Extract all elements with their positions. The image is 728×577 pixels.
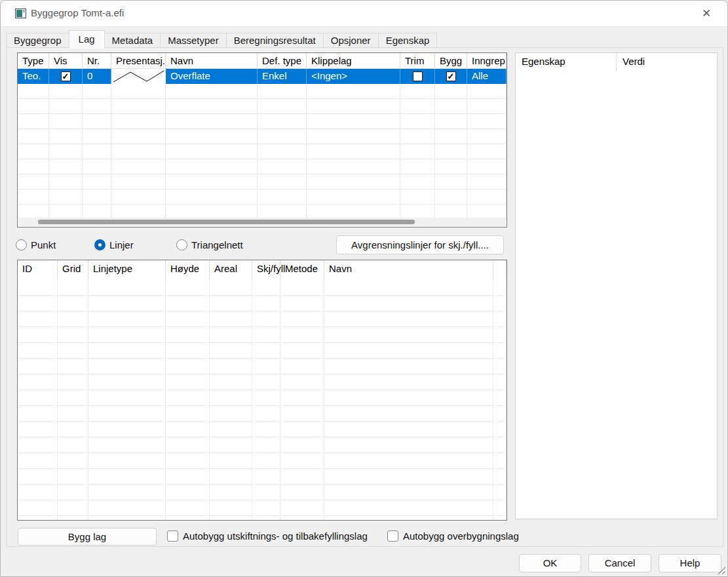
resize-grip-icon[interactable] (716, 565, 725, 574)
table-row[interactable] (18, 129, 507, 144)
tab-lag[interactable]: Lag (69, 30, 105, 49)
cell-trim[interactable] (400, 69, 435, 84)
window-title: Byggegrop Tomt-a.efi (31, 7, 124, 18)
tab-metadata[interactable]: Metadata (104, 33, 161, 48)
column-header-verdi[interactable]: Verdi (617, 53, 717, 71)
column-header-egenskap[interactable]: Egenskap (516, 53, 617, 71)
column-header-skjfyll[interactable]: Skj/fyll (252, 260, 280, 280)
scrollbar-thumb[interactable] (38, 220, 415, 224)
column-header-vis[interactable]: Vis (49, 53, 83, 68)
table-row[interactable] (18, 516, 507, 521)
table-row[interactable] (18, 159, 507, 174)
dialog-window: Byggegrop Tomt-a.efi ✕ Byggegrop Lag Met… (0, 0, 728, 577)
property-panel-header: Egenskap Verdi (516, 53, 717, 71)
table-row[interactable] (18, 359, 507, 374)
checkbox-label: Autobygg utskiftnings- og tilbakefylling… (183, 530, 368, 542)
table-row[interactable] (18, 99, 507, 114)
help-button[interactable]: Help (659, 554, 721, 572)
cell-nr[interactable]: 0 (83, 69, 111, 84)
column-header-grid[interactable]: Grid (58, 260, 88, 280)
close-icon[interactable]: ✕ (695, 5, 718, 23)
table-row[interactable] (18, 296, 507, 311)
column-header-presentasjon[interactable]: Presentasj... (111, 53, 166, 68)
horizontal-scrollbar[interactable] (18, 218, 506, 226)
checkbox-icon[interactable] (387, 530, 398, 542)
radio-circle-icon[interactable] (16, 239, 27, 250)
cell-vis[interactable]: ✓ (49, 69, 83, 84)
column-header-navn[interactable]: Navn (166, 53, 258, 68)
table-row[interactable] (18, 280, 507, 296)
layer-table-header: Type Vis Nr. Presentasj... Navn Def. typ… (18, 53, 507, 69)
radio-label: Linjer (109, 239, 134, 250)
vis-checkbox-checked[interactable]: ✓ (61, 71, 71, 81)
checkbox-label: Autobygg overbygningslag (403, 530, 519, 542)
table-row[interactable] (18, 374, 507, 390)
radio-triangelnett[interactable]: Triangelnett (176, 238, 243, 251)
table-row[interactable] (18, 406, 507, 422)
radio-label: Triangelnett (191, 239, 243, 250)
cell-navn[interactable]: Overflate (166, 69, 258, 84)
table-row[interactable] (18, 311, 507, 327)
table-row[interactable] (18, 327, 507, 343)
property-panel: Egenskap Verdi (515, 52, 718, 519)
column-header-trim[interactable]: Trim (400, 53, 435, 68)
bygg-lag-button[interactable]: Bygg lag (18, 528, 157, 546)
column-header-nr[interactable]: Nr. (83, 53, 111, 68)
cell-type[interactable]: Teo. (18, 69, 49, 84)
column-header-klippelag[interactable]: Klippelag (307, 53, 400, 68)
radio-circle-icon[interactable] (176, 239, 187, 250)
layer-table-row-selected[interactable]: Teo. ✓ 0 Overflate Enkel <Ingen> ✓ (18, 69, 507, 84)
radio-linjer[interactable]: Linjer (94, 238, 134, 251)
table-row[interactable] (18, 84, 507, 99)
column-header-hoyde[interactable]: Høyde (166, 260, 210, 280)
table-row[interactable] (18, 453, 507, 469)
table-row[interactable] (18, 390, 507, 406)
tab-egenskap[interactable]: Egenskap (378, 33, 438, 48)
cell-presentasjon[interactable] (111, 69, 166, 84)
cell-def-type[interactable]: Enkel (258, 69, 307, 84)
avgrensningslinjer-button[interactable]: Avgrensningslinjer for skj./fyll.... (336, 235, 504, 254)
autobygg-utskiftning-checkbox[interactable]: Autobygg utskiftnings- og tilbakefylling… (167, 530, 368, 542)
trim-checkbox-unchecked[interactable] (413, 71, 423, 81)
column-header-navn[interactable]: Navn (324, 260, 493, 280)
table-row[interactable] (18, 343, 507, 359)
tab-beregningsresultat[interactable]: Beregningsresultat (226, 33, 324, 48)
column-header-bygg[interactable]: Bygg (435, 53, 467, 68)
table-row[interactable] (18, 189, 507, 205)
table-row[interactable] (18, 144, 507, 159)
table-row[interactable] (18, 485, 507, 500)
table-row[interactable] (18, 500, 507, 516)
cancel-button[interactable]: Cancel (588, 554, 651, 572)
cell-klippelag[interactable]: <Ingen> (307, 69, 400, 84)
table-row[interactable] (18, 469, 507, 485)
title-bar: Byggegrop Tomt-a.efi ✕ (1, 1, 727, 27)
table-row[interactable] (18, 174, 507, 189)
zigzag-line-icon (111, 69, 166, 83)
column-header-areal[interactable]: Areal (210, 260, 252, 280)
table-row[interactable] (18, 114, 507, 129)
column-header-type[interactable]: Type (18, 53, 49, 68)
layer-table-empty-rows (18, 84, 507, 220)
column-header-linjetype[interactable]: Linjetype (88, 260, 166, 280)
bygg-checkbox-checked[interactable]: ✓ (446, 71, 456, 81)
cell-bygg[interactable]: ✓ (435, 69, 467, 84)
column-header-extra (493, 260, 507, 280)
line-table-header: ID Grid Linjetype Høyde Areal Skj/fyll M… (18, 260, 507, 280)
table-row[interactable] (18, 422, 507, 437)
column-header-def-type[interactable]: Def. type (258, 53, 307, 68)
radio-label: Punkt (31, 239, 56, 250)
column-header-id[interactable]: ID (18, 260, 58, 280)
tab-massetyper[interactable]: Massetyper (160, 33, 227, 48)
autobygg-overbygning-checkbox[interactable]: Autobygg overbygningslag (387, 530, 519, 542)
cell-inngrep[interactable]: Alle (467, 69, 507, 84)
tab-byggegrop[interactable]: Byggegrop (6, 33, 69, 48)
app-icon (15, 9, 26, 18)
tab-opsjoner[interactable]: Opsjoner (323, 33, 379, 48)
column-header-metode[interactable]: Metode (280, 260, 324, 280)
column-header-inngrep[interactable]: Inngrep (467, 53, 507, 68)
table-row[interactable] (18, 437, 507, 453)
checkbox-icon[interactable] (167, 530, 178, 542)
radio-selected-icon[interactable] (94, 239, 105, 250)
radio-punkt[interactable]: Punkt (16, 238, 56, 251)
ok-button[interactable]: OK (519, 554, 581, 572)
